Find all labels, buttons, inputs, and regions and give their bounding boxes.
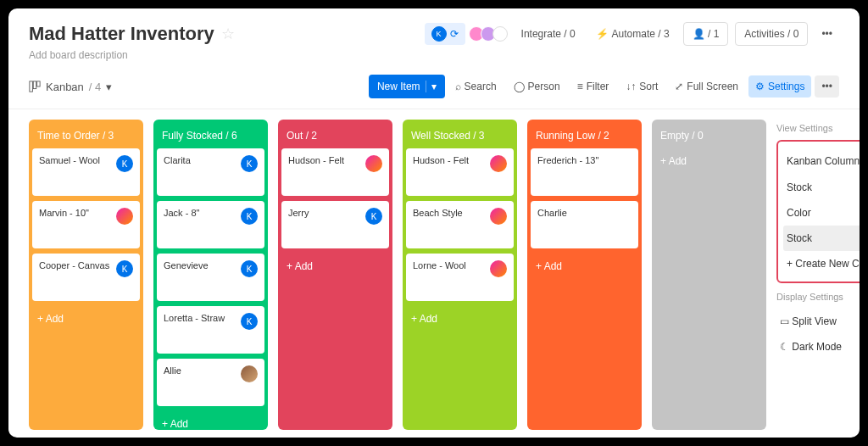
members-button[interactable]: 👤 / 1 [683, 22, 729, 46]
search-button[interactable]: ⌕Search [448, 75, 504, 98]
column-option-color[interactable]: Color≡ [783, 200, 860, 226]
chevron-down-icon: ▾ [106, 81, 112, 93]
add-card-button[interactable]: + Add [32, 306, 140, 332]
card-title: Jack - 8" [164, 208, 199, 218]
filter-icon: ≡ [577, 81, 583, 92]
avatar [490, 208, 507, 225]
column-header[interactable]: Well Stocked / 3 [406, 123, 514, 148]
integrate-avatars [472, 26, 508, 42]
add-card-button[interactable]: + Add [281, 254, 389, 279]
card-title: Genevieve [164, 260, 209, 270]
settings-button[interactable]: ⚙Settings [748, 75, 811, 98]
avatar: K [365, 208, 382, 225]
moon-icon: ☾ [780, 341, 789, 353]
display-settings-label: Display Settings [776, 292, 860, 302]
card-title: Charlie [537, 208, 567, 218]
add-card-button[interactable]: + Add [406, 306, 514, 332]
create-column-button[interactable]: + Create New Column [783, 251, 860, 276]
card-title: Marvin - 10" [39, 208, 89, 218]
kanban-card[interactable]: Cooper - CanvasK [32, 254, 140, 301]
card-title: Frederich - 13" [537, 155, 598, 165]
settings-panel: View Settings Kanban Columnⓘ Stock× ▴ Co… [776, 120, 860, 430]
fullscreen-icon: ⤢ [675, 81, 683, 92]
view-selector[interactable]: Kanban / 4 ▾ [29, 81, 112, 93]
avatar [241, 365, 258, 382]
chevron-down-icon[interactable]: ▾ [426, 81, 437, 92]
avatar: K [241, 155, 258, 172]
avatar [490, 155, 507, 172]
card-title: Jerry [288, 208, 309, 218]
avatar: K [241, 260, 258, 277]
svg-rect-2 [37, 81, 41, 86]
card-title: Allie [164, 365, 181, 376]
add-card-button[interactable]: + Add [531, 254, 638, 279]
automate-button[interactable]: ⚡ Automate / 3 [589, 25, 676, 43]
column-header[interactable]: Out / 2 [281, 123, 389, 148]
column-option-stock[interactable]: Stock≡ [783, 226, 860, 251]
kanban-column: Running Low / 2Frederich - 13"Charlie+ A… [527, 120, 642, 430]
kanban-card[interactable]: JerryK [281, 201, 389, 248]
fullscreen-button[interactable]: ⤢Full Screen [668, 75, 745, 98]
kanban-card[interactable]: Hudson - Felt [406, 148, 514, 196]
kanban-card[interactable]: Hudson - Felt [281, 148, 389, 196]
kanban-card[interactable]: Charlie [531, 201, 638, 248]
kanban-card[interactable]: Samuel - WoolK [32, 148, 140, 196]
kanban-column-label: Kanban Columnⓘ [783, 147, 860, 175]
kanban-column: Fully Stocked / 6ClaritaKJack - 8"KGenev… [153, 120, 268, 430]
avatar: K [116, 260, 133, 277]
dark-mode-button[interactable]: ☾ Dark Mode [776, 334, 860, 360]
card-title: Hudson - Felt [288, 155, 344, 165]
kanban-card[interactable]: Loretta - StrawK [157, 306, 264, 354]
board-description[interactable]: Add board description [29, 49, 839, 61]
add-card-button[interactable]: + Add [655, 148, 763, 174]
kanban-column: Out / 2Hudson - FeltJerryK+ Add [278, 120, 392, 430]
sort-button[interactable]: ↓↑Sort [619, 75, 665, 98]
kanban-column: Time to Order / 3Samuel - WoolKMarvin - … [29, 120, 143, 430]
svg-rect-0 [30, 81, 33, 92]
kanban-card[interactable]: Marvin - 10" [32, 201, 140, 248]
more-icon[interactable]: ••• [815, 25, 839, 43]
kanban-icon [29, 81, 41, 92]
kanban-card[interactable]: Jack - 8"K [157, 201, 264, 248]
filter-button[interactable]: ≡Filter [570, 75, 616, 98]
kanban-card[interactable]: Beach Style [406, 201, 514, 248]
kanban-column: Well Stocked / 3Hudson - FeltBeach Style… [403, 120, 517, 430]
card-title: Hudson - Felt [413, 155, 469, 165]
card-title: Samuel - Wool [39, 155, 100, 165]
kanban-card[interactable]: GenevieveK [157, 254, 264, 301]
column-header[interactable]: Time to Order / 3 [32, 123, 140, 148]
person-button[interactable]: ◯Person [507, 75, 567, 98]
more-button[interactable]: ••• [815, 75, 839, 98]
kanban-card[interactable]: Lorne - Wool [406, 254, 514, 301]
card-title: Loretta - Straw [164, 313, 225, 323]
integrate-button[interactable]: Integrate / 0 [515, 25, 582, 43]
avatar: K [241, 208, 258, 225]
card-title: Lorne - Wool [413, 260, 466, 270]
svg-rect-1 [33, 81, 36, 89]
split-view-button[interactable]: ▭ Split View [776, 309, 860, 334]
person-icon: ◯ [514, 81, 525, 92]
avatar: K [116, 155, 133, 172]
avatar [490, 260, 507, 277]
avatar [365, 155, 382, 172]
kanban-card[interactable]: ClaritaK [157, 148, 264, 196]
gear-icon: ⚙ [755, 81, 765, 92]
view-badge[interactable]: K ⟳ [425, 23, 465, 45]
add-card-button[interactable]: + Add [157, 411, 264, 437]
card-title: Beach Style [413, 208, 463, 218]
sort-icon: ↓↑ [626, 81, 636, 92]
column-select[interactable]: Stock× ▴ [783, 175, 860, 200]
card-title: Cooper - Canvas [39, 260, 109, 270]
search-icon: ⌕ [455, 81, 461, 92]
kanban-card[interactable]: Frederich - 13" [531, 148, 638, 196]
board-title: Mad Hatter Inventory [29, 23, 214, 45]
column-header[interactable]: Fully Stocked / 6 [157, 123, 264, 148]
column-header[interactable]: Empty / 0 [655, 123, 763, 148]
kanban-column: Empty / 0+ Add [652, 120, 766, 430]
star-icon[interactable]: ☆ [221, 25, 235, 43]
kanban-card[interactable]: Allie [157, 359, 264, 406]
column-header[interactable]: Running Low / 2 [531, 123, 638, 148]
card-title: Clarita [164, 155, 191, 165]
activities-button[interactable]: Activities / 0 [735, 22, 808, 46]
new-item-button[interactable]: New Item▾ [369, 75, 445, 98]
